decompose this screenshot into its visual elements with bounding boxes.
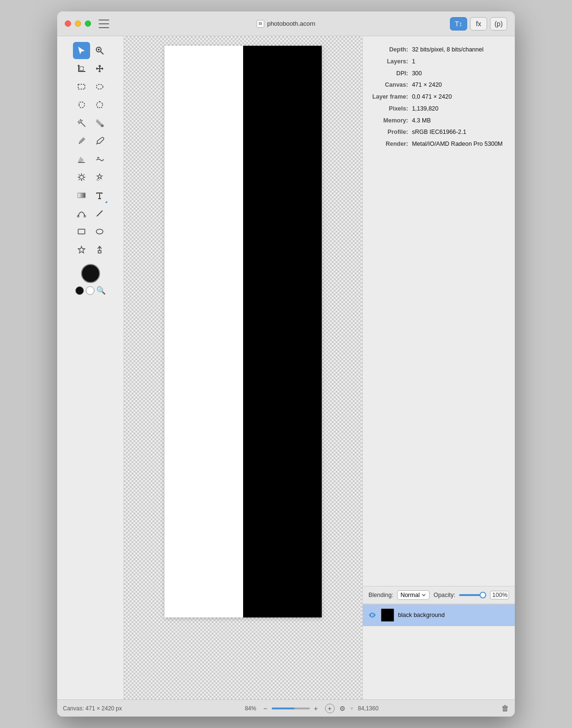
layers-button[interactable]: T↕	[450, 17, 467, 30]
ellipse-select-tool[interactable]	[91, 78, 108, 95]
p-icon: (p)	[494, 20, 502, 28]
fx-button[interactable]: fx	[470, 17, 487, 30]
rect-shape-tool[interactable]	[73, 223, 90, 240]
svg-rect-7	[78, 84, 85, 89]
black-color-swatch[interactable]	[75, 286, 84, 295]
titlebar: 🖼 photobooth.acorn T↕ fx (p)	[57, 11, 515, 36]
eraser-tool[interactable]	[73, 151, 90, 168]
delete-layer-button[interactable]: 🗑	[501, 704, 509, 713]
add-layer-button[interactable]: +	[325, 704, 335, 713]
info-label: Profile:	[370, 126, 412, 138]
zoom-slider-fill	[272, 708, 295, 709]
zoom-in-button[interactable]: +	[312, 704, 320, 713]
cursor-coordinates: 84,1360	[358, 705, 378, 712]
separator: ▾	[350, 705, 353, 712]
canvas-area[interactable]	[124, 36, 362, 699]
info-row: Layers:1	[370, 56, 507, 68]
blending-select[interactable]: Normal	[397, 590, 429, 600]
info-label: Canvas:	[370, 79, 412, 91]
zoom-controls: − +	[261, 704, 320, 713]
svg-line-18	[83, 179, 84, 180]
lasso-tool[interactable]	[73, 96, 90, 113]
zoom-slider[interactable]	[272, 708, 310, 709]
bottom-bar: Canvas: 471 × 2420 px 84% − + + ⚙ ▾ 84,1…	[57, 699, 515, 717]
arrow-tool[interactable]	[73, 42, 90, 59]
ellipse-shape-tool[interactable]	[91, 223, 108, 240]
doc-icon: 🖼	[256, 20, 264, 28]
info-row: Depth:32 bits/pixel, 8 bits/channel	[370, 44, 507, 56]
info-row: Render:Metal/IO/AMD Radeon Pro 5300M	[370, 138, 507, 150]
info-label: Render:	[370, 138, 412, 150]
magnifier-icon[interactable]: 🔍	[96, 286, 106, 295]
info-table: Depth:32 bits/pixel, 8 bits/channelLayer…	[370, 44, 507, 150]
color-section: 🔍	[75, 264, 106, 295]
smudge-tool[interactable]	[91, 151, 108, 168]
svg-marker-9	[96, 101, 103, 108]
info-panel: Depth:32 bits/pixel, 8 bits/channelLayer…	[363, 36, 515, 586]
blending-value: Normal	[400, 592, 419, 598]
crop-tool[interactable]	[73, 60, 90, 77]
left-toolbar: 🔍	[57, 36, 124, 699]
sharpen-tool[interactable]	[91, 169, 108, 186]
svg-point-8	[96, 84, 103, 89]
window-title-text: photobooth.acorn	[267, 20, 315, 27]
window-title: 🖼 photobooth.acorn	[256, 20, 315, 28]
maximize-button[interactable]	[85, 20, 91, 27]
close-button[interactable]	[65, 20, 71, 27]
svg-point-23	[84, 215, 86, 217]
opacity-slider[interactable]	[459, 594, 486, 596]
magic-wand-tool[interactable]	[73, 114, 90, 131]
zoom-out-button[interactable]: −	[261, 704, 270, 713]
layer-visibility-eye[interactable]	[368, 610, 377, 620]
layer-row[interactable]: black background	[363, 605, 515, 626]
gradient-tool[interactable]	[73, 187, 90, 204]
polygon-lasso-tool[interactable]	[91, 96, 108, 113]
pen-tool[interactable]	[73, 132, 90, 150]
info-label: Pixels:	[370, 103, 412, 115]
arrow-shape-tool[interactable]	[91, 241, 108, 258]
info-label: Memory:	[370, 115, 412, 127]
layers-panel: black background	[363, 604, 515, 699]
info-value: Metal/IO/AMD Radeon Pro 5300M	[412, 138, 507, 150]
tool-grid	[71, 40, 110, 260]
main-window: 🖼 photobooth.acorn T↕ fx (p)	[57, 11, 515, 717]
white-color-swatch[interactable]	[86, 286, 94, 295]
info-value: 4.3 MB	[412, 115, 507, 127]
chevron-down-icon	[421, 593, 426, 597]
canvas-info: Canvas: 471 × 2420 px	[63, 705, 122, 712]
paint-bucket-tool[interactable]	[91, 114, 108, 131]
blending-row: Blending: Normal Opacity: 100%	[363, 586, 515, 604]
transform-tool[interactable]	[91, 60, 108, 77]
minimize-button[interactable]	[75, 20, 81, 27]
canvas-left	[164, 46, 243, 617]
eyedropper-tool[interactable]	[91, 132, 108, 150]
settings-gear-icon[interactable]: ⚙	[339, 705, 346, 712]
rect-select-tool[interactable]	[73, 78, 90, 95]
svg-rect-25	[78, 229, 85, 234]
dodge-tool[interactable]	[73, 169, 90, 186]
line-tool[interactable]	[91, 205, 108, 222]
layer-thumbnail	[381, 608, 394, 622]
bezier-tool[interactable]	[73, 205, 90, 222]
svg-rect-21	[78, 193, 85, 198]
sidebar-toggle-button[interactable]	[99, 20, 109, 28]
info-row: DPI:300	[370, 68, 507, 80]
info-value: 1	[412, 56, 507, 68]
svg-marker-27	[78, 246, 85, 253]
star-tool[interactable]	[73, 241, 90, 258]
info-value: 300	[412, 68, 507, 80]
color-row: 🔍	[75, 286, 106, 295]
svg-rect-28	[98, 251, 101, 253]
right-panel: Depth:32 bits/pixel, 8 bits/channelLayer…	[362, 36, 515, 699]
svg-line-19	[83, 174, 84, 175]
info-row: Layer frame:0,0 471 × 2420	[370, 91, 507, 103]
zoom-tool[interactable]	[91, 42, 108, 59]
p-button[interactable]: (p)	[490, 17, 507, 30]
svg-line-1	[101, 51, 103, 54]
info-value: sRGB IEC61966-2.1	[412, 126, 507, 138]
foreground-color[interactable]	[81, 264, 100, 283]
info-label: Depth:	[370, 44, 412, 56]
text-tool[interactable]	[91, 187, 108, 204]
info-value: 32 bits/pixel, 8 bits/channel	[412, 44, 507, 56]
canvas-right-black	[243, 46, 322, 617]
